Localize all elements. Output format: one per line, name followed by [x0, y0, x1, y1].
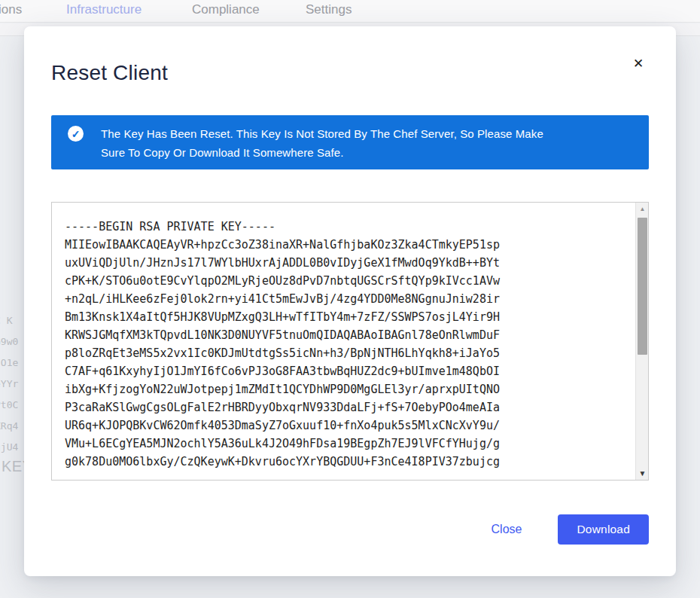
private-key-textarea[interactable]: -----BEGIN RSA PRIVATE KEY----- MIIEowIB…: [51, 202, 649, 481]
background-text-fragment: eYYr: [0, 378, 18, 389]
key-line: ibXg+KfjzogYoN22uWJotpepj1mZMdIt1QCYDhWP…: [65, 380, 625, 398]
modal-footer: Close Download: [51, 514, 649, 545]
private-key-text: -----BEGIN RSA PRIVATE KEY----- MIIEowIB…: [52, 203, 648, 471]
key-line: p8loZRqEt3eMS5x2vx1Ic0KDJmUtdtgSs5icNn+h…: [65, 344, 625, 362]
banner-message-line: The Key Has Been Reset. This Key Is Not …: [101, 124, 543, 143]
key-line: -----BEGIN RSA PRIVATE KEY-----: [65, 218, 625, 236]
key-line: MIIEowIBAAKCAQEAyVR+hpzCc3oZ38inaXR+NalG…: [65, 236, 625, 254]
key-line: KRWSJGMqfXM3kTQpvdL10NK3D0NUYVF5tnuOmQID…: [65, 326, 625, 344]
scrollbar-thumb[interactable]: [638, 218, 647, 355]
key-line: P3caRaKSlGwgCgsOLgFalE2rHBRDyyObxqrNV933…: [65, 398, 625, 416]
background-text-fragment: JO1e: [0, 357, 18, 368]
scroll-down-icon[interactable]: ▼: [636, 467, 649, 480]
nav-tab-applications[interactable]: ions: [0, 2, 22, 17]
key-line: g0k78Du0MO6lbxGy/CzQKeywK+Dkvru6ocYXrYBQ…: [65, 453, 625, 471]
background-text-fragment: Pt0C: [0, 399, 18, 410]
key-scrollbar[interactable]: ▲ ▼: [635, 203, 648, 480]
nav-tab-infrastructure[interactable]: Infrastructure: [66, 2, 142, 17]
check-circle-icon: ✓: [68, 126, 84, 142]
background-text-fragment: G9w0: [0, 336, 18, 347]
top-nav-bar: ions Infrastructure Compliance Settings: [0, 0, 700, 23]
key-line: uxUViQDjUln/JHznJs17l7WYlbHUxrAjADDL0B0v…: [65, 254, 625, 272]
background-text-fragment: C K: [0, 315, 12, 326]
download-button[interactable]: Download: [558, 514, 649, 545]
key-line: C7AF+q61KxyhyIjO1JmYI6fCo6vPJ3oG8FAA3tbw…: [65, 362, 625, 380]
key-line: cPK+K/STO6u0otE9CvYlqpO2MLyRjeOUz8dPvD7n…: [65, 272, 625, 290]
scroll-up-icon[interactable]: ▲: [636, 203, 649, 215]
nav-tab-settings[interactable]: Settings: [306, 2, 352, 17]
banner-message-line: Sure To Copy Or Download It Somewhere Sa…: [101, 143, 543, 162]
background-text-fragment: KRq4: [0, 420, 18, 432]
modal-title: Reset Client: [51, 60, 649, 86]
background-text-fragment: gjU4: [0, 441, 18, 453]
key-reset-info-banner: ✓ The Key Has Been Reset. This Key Is No…: [51, 115, 649, 169]
banner-message: The Key Has Been Reset. This Key Is Not …: [101, 124, 543, 162]
nav-tab-compliance[interactable]: Compliance: [192, 2, 260, 17]
close-icon[interactable]: ✕: [626, 51, 650, 75]
close-button[interactable]: Close: [492, 523, 522, 536]
key-line: VMu+L6ECgYEA5MJN2ochlY5A36uLk4J2O49hFDsa…: [65, 435, 625, 453]
key-line: UR6q+KJOPQBKvCW62Omfk4053DmaSyZ7oGxuuf10…: [65, 416, 625, 435]
key-line: Bm13Knsk1X4aItQf5HJK8VUpMZxgQ3LH+wTfITbY…: [65, 308, 625, 326]
key-line: +n2qL/iHLKee6zFej0lok2rn+yi41Ct5mEwJvBj/…: [65, 290, 625, 308]
reset-client-modal: ✕ Reset Client ✓ The Key Has Been Reset.…: [24, 26, 676, 576]
